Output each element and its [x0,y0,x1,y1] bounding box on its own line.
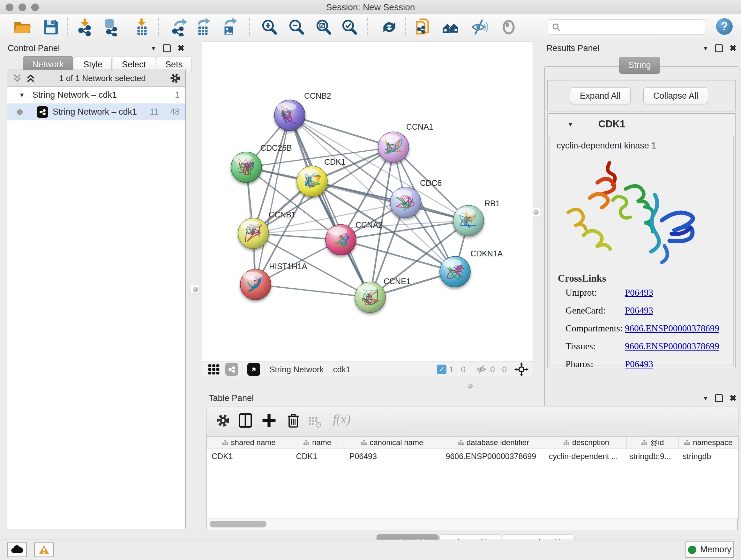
gene-collapse-icon[interactable]: ▼ [567,121,574,127]
network-node-CDC25B[interactable] [231,152,262,183]
column-header-namespace[interactable]: namespace [679,436,738,449]
import-network-database-icon[interactable] [102,18,120,37]
column-header-@id[interactable]: @id [627,436,679,449]
warnings-button[interactable] [34,543,54,557]
panel-float-icon[interactable] [715,44,723,52]
fit-content-crosshair-icon[interactable] [514,362,529,377]
network-node-CCNA2[interactable] [326,225,356,255]
bottom-splitter-handle[interactable] [467,382,474,389]
node-label: RB1 [484,199,500,208]
crosslink-link[interactable]: P06493 [625,305,653,316]
node-label: CDKN1A [470,249,503,258]
panel-close-icon[interactable]: ✖ [177,44,185,53]
column-header-name[interactable]: name [291,436,343,449]
panel-close-icon[interactable]: ✖ [729,44,737,53]
left-splitter-handle[interactable] [191,285,200,294]
column-header-canonical-name[interactable]: canonical name [343,436,441,449]
status-bar: Memory [0,540,741,560]
network-view-title: String Network – cdk1 [269,365,350,374]
grid-view-icon[interactable] [207,362,221,376]
panel-collapse-icon[interactable]: ▼ [703,45,709,51]
memory-button[interactable]: Memory [685,542,734,558]
column-header-database-identifier[interactable]: database identifier [441,436,546,449]
scrollbar-thumb[interactable] [210,521,266,527]
network-node-CDK1[interactable] [297,166,327,197]
export-network-icon[interactable] [170,18,189,37]
show-columns-icon[interactable] [237,412,254,429]
refresh-icon[interactable] [380,18,399,37]
panel-collapse-icon[interactable]: ▼ [703,395,709,401]
gene-section-header[interactable]: ▼ CDK1 [548,114,735,135]
node-label: CCNE1 [384,277,411,286]
import-network-file-icon[interactable] [76,18,94,37]
add-column-icon[interactable] [261,412,277,429]
network-node-CCNB1[interactable] [238,218,269,249]
network-node-CCNA1[interactable] [378,132,409,163]
table-horizontal-scrollbar[interactable] [206,518,738,530]
network-view-canvas[interactable]: CCNB2CCNA1CDC25BCDK1CDC6RB1CCNB1CCNA2CDK… [202,42,533,362]
network-edge-count: 48 [170,107,180,117]
panel-float-icon[interactable] [715,394,723,402]
panel-close-icon[interactable]: ✖ [729,394,737,402]
crosslink-row: Uniprot:P06493 [565,287,733,298]
open-session-icon[interactable] [13,18,31,37]
zoom-out-icon[interactable] [287,18,306,37]
network-node-CCNB2[interactable] [274,100,305,131]
search-icon [552,23,561,32]
results-button-bar: Expand All Collapse All [547,80,736,111]
results-tab-string[interactable]: String [619,57,660,74]
protein-structure-image [559,153,719,271]
export-table-icon[interactable] [194,18,212,37]
crosslink-link[interactable]: P06493 [625,359,653,369]
tree-expand-icon[interactable]: ▼ [19,92,25,98]
panel-collapse-icon[interactable]: ▼ [151,45,157,51]
table-body: CDK1CDK1P064939606.ENSP00000378699cyclin… [206,449,738,463]
crosslink-label: Tissues: [565,341,625,352]
crosslink-link[interactable]: P06493 [625,287,653,298]
selected-checkbox-icon[interactable]: ✓ [437,365,447,374]
crosslinks-list: Uniprot:P06493GeneCard:P06493Compartment… [549,287,733,369]
zoom-selected-icon[interactable] [340,18,359,37]
column-header-description[interactable]: description [546,436,627,449]
table-settings-gear-icon[interactable] [215,412,231,429]
network-node-CDC6[interactable] [390,187,421,218]
help-icon[interactable]: ? [716,18,733,35]
network-options-gear-icon[interactable] [169,72,182,84]
preview-eye-icon[interactable] [499,18,518,37]
save-session-icon[interactable] [42,18,60,37]
network-collection-row[interactable]: ▼ String Network – cdk1 1 [7,86,185,104]
network-node-HIST1H1A[interactable] [240,269,271,300]
gene-description: cyclin-dependent kinase 1 [556,141,733,151]
cloud-status-button[interactable] [7,543,27,557]
delete-column-trash-icon[interactable] [285,412,301,429]
network-share-toggle-icon[interactable] [225,363,238,376]
node-label: CCNB2 [304,91,331,100]
crosslink-link[interactable]: 9606.ENSP00000378699 [625,341,719,352]
home-icon[interactable] [441,18,460,37]
network-node-CDKN1A[interactable] [440,256,470,287]
expand-all-button[interactable]: Expand All [570,87,630,104]
table-row[interactable]: CDK1CDK1P064939606.ENSP00000378699cyclin… [206,449,738,463]
network-node-CCNE1[interactable] [355,282,386,313]
column-header-shared-name[interactable]: shared name [206,436,291,449]
network-node-RB1[interactable] [453,205,484,236]
zoom-fit-icon[interactable] [314,18,333,37]
node-table: shared namenamecanonical namedatabase id… [206,436,738,519]
results-panel-title: Results Panel [546,44,600,53]
control-panel-title: Control Panel [8,44,60,53]
table-cell: stringdb:9... [624,449,677,463]
hide-selected-icon[interactable] [470,18,488,37]
expand-all-icon[interactable] [25,73,36,84]
collapse-all-button[interactable]: Collapse All [643,87,708,104]
network-row[interactable]: String Network – cdk1 11 48 [7,104,185,120]
birdseye-view-icon[interactable] [247,363,260,376]
crosslink-link[interactable]: 9606.ENSP00000378699 [625,323,719,334]
network-graph[interactable]: CCNB2CCNA1CDC25BCDK1CDC6RB1CCNB1CCNA2CDK… [202,42,533,361]
search-input[interactable] [548,19,705,35]
panel-float-icon[interactable] [163,44,171,52]
zoom-in-icon[interactable] [260,18,279,37]
export-image-icon[interactable] [220,18,239,37]
collapse-all-icon[interactable] [12,73,23,84]
share-document-icon[interactable] [414,18,433,37]
import-table-icon[interactable] [132,18,151,37]
